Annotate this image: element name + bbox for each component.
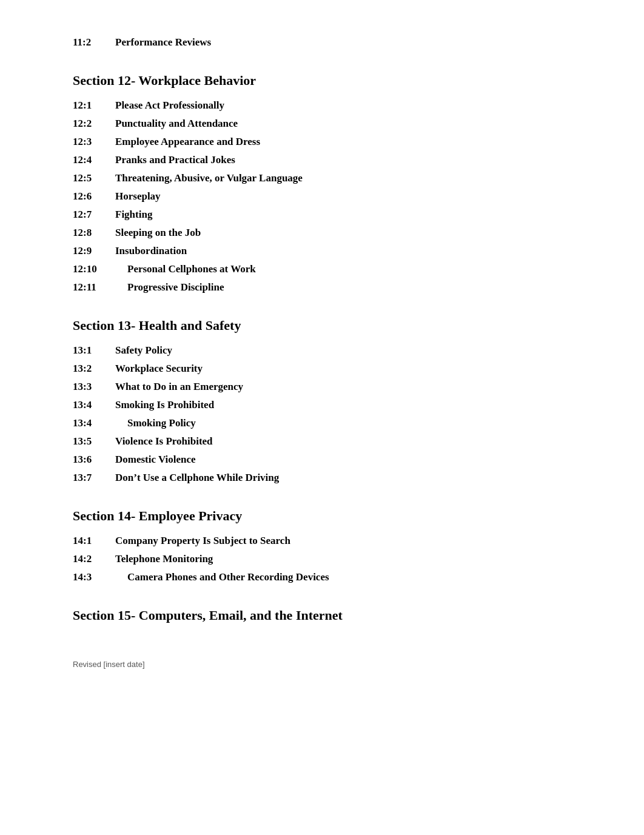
toc-item-number: 14:1 — [73, 535, 115, 547]
toc-item: 12:2Punctuality and Attendance — [73, 118, 571, 130]
toc-item-title: Smoking Policy — [115, 417, 196, 429]
toc-item: 13:1Safety Policy — [73, 344, 571, 357]
toc-item-number: 13:2 — [73, 363, 115, 375]
toc-item-number: 14:3 — [73, 571, 115, 583]
toc-item-title: Violence Is Prohibited — [115, 435, 213, 448]
top-entry: 11:2 Performance Reviews — [73, 36, 571, 49]
toc-item: 13:5Violence Is Prohibited — [73, 435, 571, 448]
toc-item-title: Workplace Security — [115, 363, 203, 375]
toc-item: 14:1Company Property Is Subject to Searc… — [73, 535, 571, 547]
toc-item-number: 12:7 — [73, 209, 115, 221]
toc-item: 12:6Horseplay — [73, 190, 571, 203]
section-section13: Section 13- Health and Safety13:1Safety … — [73, 318, 571, 484]
toc-item: 12:5Threatening, Abusive, or Vulgar Lang… — [73, 172, 571, 184]
toc-item: 12:9Insubordination — [73, 245, 571, 257]
toc-item-number: 12:11 — [73, 281, 127, 293]
toc-item-number: 12:2 — [73, 118, 115, 130]
toc-item-title: Fighting — [115, 209, 152, 221]
toc-item-title: Insubordination — [115, 245, 187, 257]
toc-item-title: What to Do in an Emergency — [115, 381, 243, 393]
toc-item: 12:1Please Act Professionally — [73, 99, 571, 112]
toc-item: 12:3Employee Appearance and Dress — [73, 136, 571, 148]
toc-item-title: Please Act Professionally — [115, 99, 224, 112]
section-header-section13: Section 13- Health and Safety — [73, 318, 571, 334]
toc-item: 14:2Telephone Monitoring — [73, 553, 571, 565]
toc-item-number: 13:3 — [73, 381, 115, 393]
toc-item: 13:3What to Do in an Emergency — [73, 381, 571, 393]
toc-item-number: 12:3 — [73, 136, 115, 148]
section-header-section14: Section 14- Employee Privacy — [73, 508, 571, 524]
toc-item-title: Horseplay — [115, 190, 161, 203]
toc-item: 12:7Fighting — [73, 209, 571, 221]
toc-item-title: Don’t Use a Cellphone While Driving — [115, 472, 279, 484]
section-header-section12: Section 12- Workplace Behavior — [73, 73, 571, 89]
toc-item-number: 13:7 — [73, 472, 115, 484]
toc-item-number: 13:5 — [73, 435, 115, 448]
toc-item-title: Employee Appearance and Dress — [115, 136, 260, 148]
section-header-section15: Section 15- Computers, Email, and the In… — [73, 608, 571, 623]
toc-item-number: 12:5 — [73, 172, 115, 184]
toc-item: 12:8Sleeping on the Job — [73, 227, 571, 239]
toc-item: 13:2Workplace Security — [73, 363, 571, 375]
toc-item-title: Personal Cellphones at Work — [127, 263, 256, 275]
toc-item-number: 13:4 — [73, 399, 115, 411]
section-section12: Section 12- Workplace Behavior12:1Please… — [73, 73, 571, 293]
toc-item: 13:7Don’t Use a Cellphone While Driving — [73, 472, 571, 484]
toc-item: 13:4Smoking Policy — [73, 417, 571, 429]
toc-item-number: 12:4 — [73, 154, 115, 166]
toc-item-number: 14:2 — [73, 553, 115, 565]
toc-item-number: 12:6 — [73, 190, 115, 203]
toc-item-title: Telephone Monitoring — [115, 553, 213, 565]
toc-item-title: Camera Phones and Other Recording Device… — [115, 571, 329, 583]
toc-item-title: Pranks and Practical Jokes — [115, 154, 235, 166]
toc-item-number: 12:10 — [73, 263, 127, 275]
toc-item-number: 13:1 — [73, 344, 115, 357]
toc-item-title: Domestic Violence — [115, 454, 196, 466]
footer: Revised [insert date] — [73, 660, 571, 669]
footer-text: Revised [insert date] — [73, 660, 145, 669]
toc-item-title: Sleeping on the Job — [115, 227, 201, 239]
toc-item: 13:6Domestic Violence — [73, 454, 571, 466]
toc-item-title: Threatening, Abusive, or Vulgar Language — [115, 172, 303, 184]
top-entry-title: Performance Reviews — [115, 36, 211, 49]
toc-item-title: Safety Policy — [115, 344, 172, 357]
toc-item-title: Smoking Is Prohibited — [115, 399, 214, 411]
toc-item-number: 13:4 — [73, 417, 115, 429]
toc-item-title: Progressive Discipline — [127, 281, 224, 293]
toc-item: 13:4Smoking Is Prohibited — [73, 399, 571, 411]
toc-item: 12:11Progressive Discipline — [73, 281, 571, 293]
toc-item-number: 12:9 — [73, 245, 115, 257]
section-section15: Section 15- Computers, Email, and the In… — [73, 608, 571, 623]
toc-item-title: Company Property Is Subject to Search — [115, 535, 290, 547]
section-section14: Section 14- Employee Privacy14:1Company … — [73, 508, 571, 583]
toc-item-number: 12:1 — [73, 99, 115, 112]
toc-item: 12:10Personal Cellphones at Work — [73, 263, 571, 275]
toc-item-number: 12:8 — [73, 227, 115, 239]
toc-item-title: Punctuality and Attendance — [115, 118, 238, 130]
toc-item: 14:3Camera Phones and Other Recording De… — [73, 571, 571, 583]
toc-item-number: 13:6 — [73, 454, 115, 466]
top-entry-number: 11:2 — [73, 36, 115, 49]
toc-item: 12:4Pranks and Practical Jokes — [73, 154, 571, 166]
